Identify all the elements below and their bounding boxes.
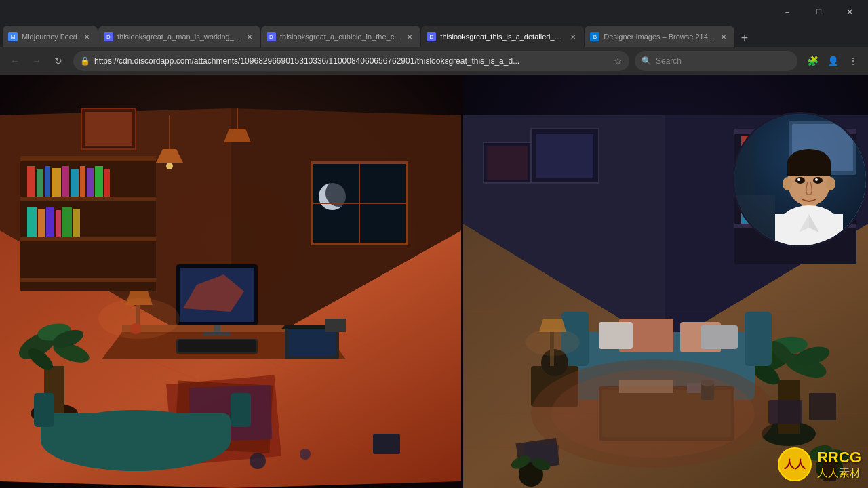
watermark-logo: 人人 <box>778 447 812 481</box>
search-icon: 🔍 <box>642 56 652 66</box>
new-tab-button[interactable]: + <box>735 28 754 47</box>
tab-close-1[interactable]: ✕ <box>81 31 92 42</box>
tab-favicon-3: D <box>267 32 276 41</box>
svg-rect-155 <box>787 163 831 176</box>
svg-point-163 <box>797 178 800 181</box>
profile-button[interactable]: 👤 <box>823 52 842 70</box>
title-bar: – ☐ ✕ <box>0 0 868 23</box>
lock-icon: 🔒 <box>80 56 90 66</box>
left-scene-svg <box>0 75 463 488</box>
address-text: https://cdn.discordapp.com/attachments/1… <box>94 56 610 66</box>
maximize-button[interactable]: ☐ <box>803 0 834 23</box>
svg-point-162 <box>813 177 823 184</box>
watermark: 人人 RRCG 人人素材 <box>778 447 861 481</box>
tab-detailed-active[interactable]: D thislooksgreat_this_is_a_detailed_p...… <box>421 26 584 47</box>
svg-rect-168 <box>734 195 775 247</box>
tab-favicon-4: D <box>427 32 436 41</box>
webcam-overlay <box>732 112 868 247</box>
settings-button[interactable]: ⋮ <box>844 52 863 70</box>
left-image-panel <box>0 75 463 488</box>
watermark-text-group: RRCG 人人素材 <box>817 449 861 481</box>
extensions-button[interactable]: 🧩 <box>803 52 822 70</box>
tab-title-1: Midjourney Feed <box>22 33 77 41</box>
tab-favicon-2: D <box>104 32 113 41</box>
tab-close-4[interactable]: ✕ <box>568 31 578 42</box>
tab-close-2[interactable]: ✕ <box>244 31 255 42</box>
content-area: 人人 RRCG 人人素材 <box>0 75 868 488</box>
address-bar[interactable]: 🔒 https://cdn.discordapp.com/attachments… <box>73 51 629 71</box>
browser-chrome: – ☐ ✕ M Midjourney Feed ✕ D thislooksgre… <box>0 0 868 75</box>
tab-title-3: thislooksgreat_a_cubicle_in_the_c... <box>280 33 400 41</box>
svg-rect-167 <box>734 114 755 195</box>
forward-button[interactable]: → <box>27 52 46 70</box>
tab-designer-images[interactable]: B Designer Images – Browse 214... ✕ <box>585 26 734 47</box>
close-button[interactable]: ✕ <box>834 0 865 23</box>
tab-favicon-1: M <box>8 32 18 41</box>
tab-title-2: thislooksgreat_a_man_is_working_... <box>117 33 240 41</box>
svg-point-161 <box>795 177 805 184</box>
tab-midjourney-feed[interactable]: M Midjourney Feed ✕ <box>3 26 98 47</box>
back-button[interactable]: ← <box>5 52 24 70</box>
tab-favicon-5: B <box>590 32 599 41</box>
window-controls: – ☐ ✕ <box>772 0 865 23</box>
right-image-panel: 人人 RRCG 人人素材 <box>463 75 868 488</box>
watermark-rrcg: RRCG <box>817 449 861 466</box>
tab-man-working[interactable]: D thislooksgreat_a_man_is_working_... ✕ <box>98 26 260 47</box>
tab-cubicle[interactable]: D thislooksgreat_a_cubicle_in_the_c... ✕ <box>261 26 420 47</box>
svg-rect-78 <box>0 75 463 488</box>
svg-point-165 <box>783 177 792 190</box>
tab-close-5[interactable]: ✕ <box>718 31 729 42</box>
search-label: Search <box>656 56 682 66</box>
minimize-button[interactable]: – <box>772 0 803 23</box>
watermark-chinese: 人人素材 <box>817 466 861 481</box>
tab-title-4: thislooksgreat_this_is_a_detailed_p... <box>440 33 564 41</box>
toolbar-buttons: 🧩 👤 ⋮ <box>803 52 863 70</box>
tab-close-3[interactable]: ✕ <box>404 31 415 42</box>
tab-title-5: Designer Images – Browse 214... <box>604 33 714 41</box>
tabs-bar: M Midjourney Feed ✕ D thislooksgreat_a_m… <box>0 23 868 47</box>
watermark-logo-text: 人人 <box>784 458 806 472</box>
svg-point-166 <box>826 177 835 190</box>
bookmark-icon[interactable]: ☆ <box>614 56 623 66</box>
svg-point-164 <box>815 178 818 181</box>
nav-bar: ← → ↻ 🔒 https://cdn.discordapp.com/attac… <box>0 47 868 75</box>
search-bar[interactable]: 🔍 Search <box>635 51 797 71</box>
webcam-background <box>734 114 866 245</box>
refresh-button[interactable]: ↻ <box>49 52 68 70</box>
